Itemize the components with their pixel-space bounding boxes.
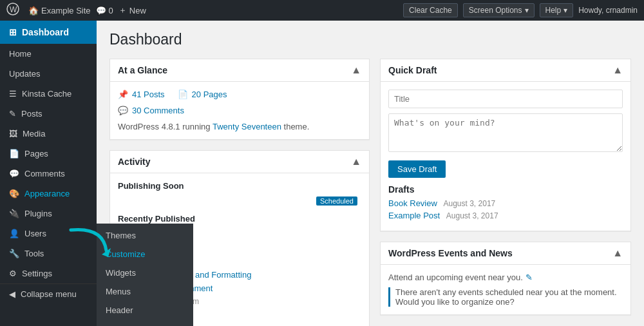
draft-item-1: Book Review August 3, 2017: [388, 198, 623, 208]
scheduled-item: Scheduled: [118, 195, 361, 207]
sidebar-item-updates[interactable]: Updates: [0, 64, 97, 84]
site-name[interactable]: 🏠 Example Site: [28, 6, 91, 15]
tools-icon: 🔧: [9, 249, 19, 258]
quick-draft-collapse-button[interactable]: ▲: [612, 64, 623, 76]
sidebar-item-kinsta-cache[interactable]: ☰ Kinsta Cache: [0, 84, 97, 104]
submenu-item-themes[interactable]: Themes: [97, 226, 193, 245]
submenu-item-menus[interactable]: Menus: [97, 282, 193, 301]
sidebar-item-posts[interactable]: ✎ Posts: [0, 104, 97, 124]
chevron-down-icon: ▾: [564, 6, 567, 15]
sidebar-item-plugins[interactable]: 🔌 Plugins: [0, 204, 97, 224]
sidebar-item-media[interactable]: 🖼 Media: [0, 124, 97, 144]
wp-events-collapse-button[interactable]: ▲: [612, 247, 623, 259]
settings-icon: ⚙: [9, 269, 17, 278]
activity-header: Activity ▲: [110, 151, 369, 173]
comments-icon: 💬: [96, 6, 106, 15]
publishing-soon-label: Publishing Soon: [118, 181, 361, 191]
site-icon: 🏠: [28, 6, 39, 15]
wp-logo-icon[interactable]: W: [6, 3, 19, 19]
sidebar-item-comments[interactable]: 💬 Comments: [0, 164, 97, 184]
at-a-glance-collapse-button[interactable]: ▲: [351, 64, 361, 76]
submenu-item-editor[interactable]: Editor: [97, 320, 193, 326]
sidebar-wrapper: ⊞ Dashboard Home Updates ☰ Kinsta Cache …: [0, 21, 97, 326]
pages-icon: 📄: [9, 149, 19, 158]
at-a-glance-stats: 📌 41 Posts 📄 20 Pages: [118, 90, 361, 99]
right-column: Quick Draft ▲ Save Draft Drafts Book Rev…: [380, 59, 631, 326]
edit-icon[interactable]: ✎: [526, 273, 533, 282]
at-a-glance-header: At a Glance ▲: [110, 59, 369, 82]
clear-cache-button[interactable]: Clear Cache: [403, 3, 458, 17]
at-a-glance-body: 📌 41 Posts 📄 20 Pages 💬 30 Comments: [110, 82, 369, 139]
new-content-menu[interactable]: ＋ New: [118, 5, 146, 16]
kinsta-icon: ☰: [9, 89, 17, 99]
help-button[interactable]: Help ▾: [540, 3, 574, 17]
media-icon: 🖼: [9, 129, 17, 139]
plus-icon: ＋: [118, 5, 127, 16]
at-a-glance-widget: At a Glance ▲ 📌 41 Posts 📄 20 Pages: [109, 59, 370, 140]
pages-stat[interactable]: 📄 20 Pages: [178, 90, 227, 99]
draft-title-input[interactable]: [388, 90, 623, 108]
page-title: Dashboard: [109, 31, 631, 48]
sidebar-item-users[interactable]: 👤 Users: [0, 224, 97, 244]
quick-draft-widget: Quick Draft ▲ Save Draft Drafts Book Rev…: [380, 59, 631, 231]
comments-stat-icon: 💬: [118, 106, 128, 115]
sidebar-item-dashboard[interactable]: ⊞ Dashboard: [0, 21, 97, 44]
posts-stat-icon: 📌: [118, 90, 128, 99]
drafts-label: Drafts: [388, 184, 623, 195]
posts-stat[interactable]: 📌 41 Posts: [118, 90, 165, 99]
sidebar-item-settings[interactable]: ⚙ Settings: [0, 264, 97, 283]
sidebar-item-collapse[interactable]: ◀ Collapse menu: [0, 283, 97, 304]
wp-events-attend-text: Attend an upcoming event near you. ✎: [388, 273, 623, 282]
comments-link[interactable]: 💬 0: [96, 6, 113, 15]
collapse-icon: ◀: [9, 289, 15, 299]
wp-events-no-events-text: There aren't any events scheduled near y…: [388, 287, 623, 307]
sidebar-item-appearance[interactable]: 🎨 Appearance: [0, 184, 97, 204]
posts-icon: ✎: [9, 109, 16, 119]
comments-icon: 💬: [9, 169, 19, 178]
wp-version-text: WordPress 4.8.1 running Twenty Seventeen…: [118, 122, 361, 131]
chevron-down-icon: ▾: [525, 6, 529, 15]
users-icon: 👤: [9, 229, 19, 238]
admin-bar: W 🏠 Example Site 💬 0 ＋ New Clear Cache S…: [0, 0, 644, 21]
quick-draft-header: Quick Draft ▲: [381, 59, 630, 82]
recently-published-label: Recently Published: [118, 214, 361, 224]
submenu-item-customize[interactable]: Customize: [97, 245, 193, 264]
save-draft-button[interactable]: Save Draft: [388, 160, 446, 178]
sidebar: ⊞ Dashboard Home Updates ☰ Kinsta Cache …: [0, 21, 97, 326]
sidebar-item-tools[interactable]: 🔧 Tools: [0, 244, 97, 264]
wp-events-header: WordPress Events and News ▲: [381, 242, 630, 265]
sidebar-item-pages[interactable]: 📄 Pages: [0, 144, 97, 164]
screen-options-button[interactable]: Screen Options ▾: [463, 3, 535, 17]
scheduled-badge: Scheduled: [316, 197, 357, 206]
submenu-item-header[interactable]: Header: [97, 301, 193, 320]
pages-stat-icon: 📄: [178, 90, 188, 99]
dashboard-icon: ⊞: [9, 27, 17, 37]
main-layout: ⊞ Dashboard Home Updates ☰ Kinsta Cache …: [0, 21, 644, 326]
wp-events-widget: WordPress Events and News ▲ Attend an up…: [380, 242, 631, 315]
activity-collapse-button[interactable]: ▲: [351, 156, 361, 168]
theme-link[interactable]: Twenty Seventeen: [213, 122, 281, 131]
howdy-text: Howdy, crnadmin: [578, 6, 638, 15]
wp-events-body: Attend an upcoming event near you. ✎ The…: [381, 265, 630, 314]
quick-draft-body: Save Draft Drafts Book Review August 3, …: [381, 82, 630, 231]
appearance-submenu: Themes Customize Widgets Menus Header Ed…: [97, 224, 193, 326]
sidebar-item-home[interactable]: Home: [0, 44, 97, 64]
plugins-icon: 🔌: [9, 209, 19, 218]
draft-item-2: Example Post August 3, 2017: [388, 211, 623, 220]
appearance-icon: 🎨: [9, 189, 19, 198]
svg-text:W: W: [10, 5, 17, 14]
comments-stat[interactable]: 💬 30 Comments: [118, 106, 361, 115]
submenu-item-widgets[interactable]: Widgets: [97, 264, 193, 282]
draft-body-textarea[interactable]: [388, 113, 623, 152]
admin-bar-right: Clear Cache Screen Options ▾ Help ▾ Howd…: [403, 3, 638, 17]
